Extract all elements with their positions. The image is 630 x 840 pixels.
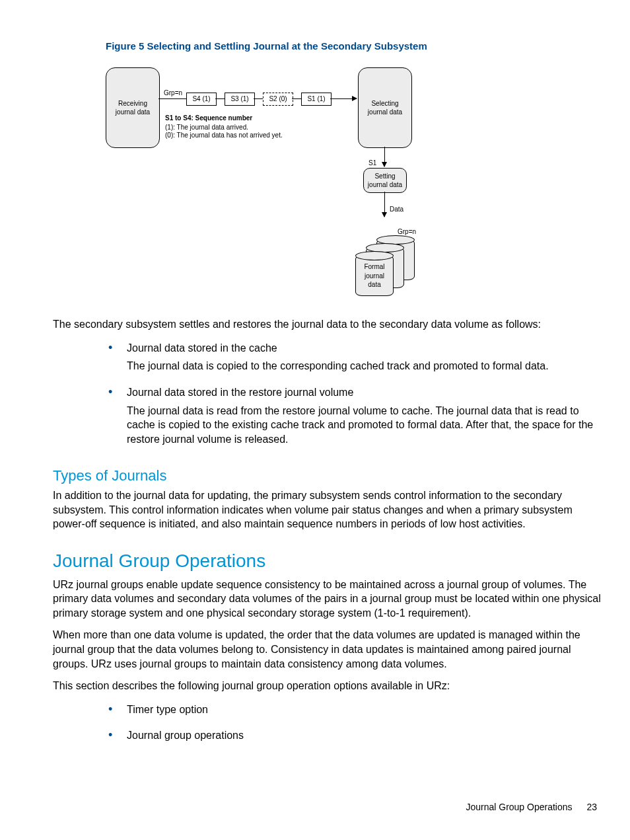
bullet-title: Timer type option <box>127 703 604 717</box>
ops-paragraph-1: URz journal groups enable update sequenc… <box>53 578 604 621</box>
setting-box: Setting journal data <box>363 168 407 193</box>
data-label: Data <box>390 205 403 214</box>
bullet-title: Journal group operations <box>127 728 604 743</box>
list-item: Journal data stored in the cache The jou… <box>106 341 604 373</box>
seq-box-s3: S3 (1) <box>225 93 255 106</box>
page-footer: Journal Group Operations 23 <box>466 801 597 814</box>
figure-caption: Figure 5 Selecting and Settling Journal … <box>106 40 604 53</box>
types-paragraph: In addition to the journal data for upda… <box>53 488 604 531</box>
arrow-down <box>384 192 385 217</box>
seq-connector <box>215 98 225 99</box>
heading-journal-group-operations: Journal Group Operations <box>53 549 604 574</box>
seq-box-s1: S1 (1) <box>301 93 332 106</box>
arrow-right <box>330 98 357 99</box>
seq-box-s2: S2 (0) <box>263 93 293 106</box>
bullet-body: The journal data is copied to the corres… <box>127 359 604 373</box>
bullet-body: The journal data is read from the restor… <box>127 404 604 447</box>
selecting-box: Selecting journal data <box>358 67 412 148</box>
receiving-box: Receiving journal data <box>106 67 160 148</box>
ops-paragraph-3: This section describes the following jou… <box>53 679 604 693</box>
heading-types-of-journals: Types of Journals <box>53 466 604 486</box>
list-item: Journal group operations <box>106 728 604 743</box>
ops-paragraph-2: When more than one data volume is update… <box>53 628 604 671</box>
legend-title: S1 to S4: Sequence number <box>165 114 252 123</box>
connector-line <box>158 98 186 99</box>
cylinder-front: Formal journal data <box>355 255 394 296</box>
bullet-list-1: Journal data stored in the cache The jou… <box>106 341 604 447</box>
bullet-title: Journal data stored in the restore journ… <box>127 385 604 400</box>
seq-connector <box>254 98 263 99</box>
page-number: 23 <box>586 802 597 812</box>
s1-label: S1 <box>368 159 376 168</box>
seq-connector <box>292 98 301 99</box>
bullet-list-2: Timer type option Journal group operatio… <box>106 703 604 743</box>
grp-label: Grp=n <box>164 89 182 98</box>
arrow-down <box>384 147 385 167</box>
footer-text: Journal Group Operations <box>466 802 572 812</box>
bullet-title: Journal data stored in the cache <box>127 341 604 356</box>
list-item: Journal data stored in the restore journ… <box>106 385 604 446</box>
document-page: Figure 5 Selecting and Settling Journal … <box>0 0 630 840</box>
legend-line-0: (0): The journal data has not arrived ye… <box>165 131 283 140</box>
seq-box-s4: S4 (1) <box>186 93 217 106</box>
list-item: Timer type option <box>106 703 604 717</box>
intro-paragraph: The secondary subsystem settles and rest… <box>53 317 604 332</box>
figure-diagram: Receiving journal data Grp=n S4 (1) S3 (… <box>106 61 475 305</box>
